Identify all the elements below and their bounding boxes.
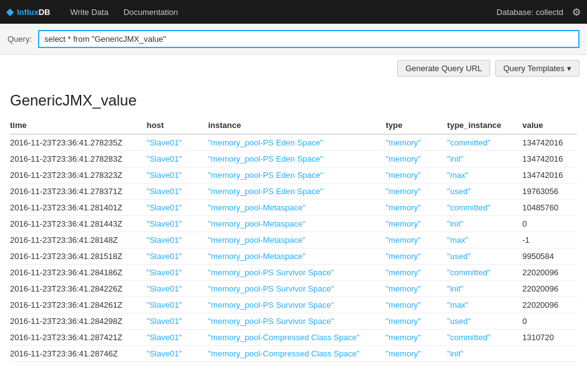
cell-host: "Slave01" <box>147 346 208 362</box>
cell-host: "Slave01" <box>147 216 208 232</box>
query-templates-button[interactable]: Query Templates ▾ <box>495 60 580 77</box>
cell-instance: "memory_pool-PS Eden Space" <box>208 184 385 200</box>
table-row: 2016-11-23T23:36:41.278283Z"Slave01""mem… <box>10 151 577 167</box>
cell-host: "Slave01" <box>147 184 208 200</box>
main-content: GenericJMX_value time host instance type… <box>0 82 587 362</box>
cell-value: 134742016 <box>522 151 577 167</box>
cell-type-instance: "committed" <box>447 200 522 216</box>
cell-type: "memory" <box>386 313 447 330</box>
cell-time: 2016-11-23T23:36:41.278283Z <box>10 151 147 167</box>
cell-value: 0 <box>522 216 577 232</box>
cell-type: "memory" <box>386 184 447 200</box>
top-navigation: ◆ InfluxDB Write Data Documentation Data… <box>0 0 587 24</box>
cell-instance: "memory_pool-PS Survivor Space" <box>208 313 385 330</box>
table-row: 2016-11-23T23:36:41.284226Z"Slave01""mem… <box>10 281 577 297</box>
cell-value: 22020096 <box>522 281 577 297</box>
cell-time: 2016-11-23T23:36:41.278323Z <box>10 167 147 184</box>
cell-type-instance: "max" <box>447 297 522 313</box>
query-templates-label: Query Templates <box>503 64 565 73</box>
col-header-instance: instance <box>208 117 385 134</box>
cell-type: "memory" <box>386 216 447 232</box>
table-row: 2016-11-23T23:36:41.287421Z"Slave01""mem… <box>10 330 577 346</box>
cell-instance: "memory_pool-PS Eden Space" <box>208 151 385 167</box>
results-table: time host instance type type_instance va… <box>10 117 577 362</box>
cell-value: 10485760 <box>522 200 577 216</box>
cell-type-instance: "committed" <box>447 134 522 151</box>
cell-host: "Slave01" <box>147 313 208 330</box>
cell-instance: "memory_pool-PS Survivor Space" <box>208 265 385 281</box>
cell-type: "memory" <box>386 281 447 297</box>
cell-host: "Slave01" <box>147 281 208 297</box>
cell-value: 1310720 <box>522 330 577 346</box>
table-title: GenericJMX_value <box>10 92 577 109</box>
cell-instance: "memory_pool-Compressed Class Space" <box>208 346 385 362</box>
table-header: time host instance type type_instance va… <box>10 117 577 134</box>
cell-type-instance: "committed" <box>447 265 522 281</box>
table-body: 2016-11-23T23:36:41.278235Z"Slave01""mem… <box>10 134 577 362</box>
documentation-link[interactable]: Documentation <box>124 7 178 17</box>
write-data-link[interactable]: Write Data <box>70 7 108 17</box>
table-row: 2016-11-23T23:36:41.281518Z"Slave01""mem… <box>10 248 577 265</box>
cell-value: 0 <box>522 313 577 330</box>
cell-type-instance: "init" <box>447 216 522 232</box>
cell-value: 22020096 <box>522 265 577 281</box>
cell-instance: "memory_pool-Compressed Class Space" <box>208 330 385 346</box>
cell-type-instance: "used" <box>447 313 522 330</box>
col-header-time: time <box>10 117 147 134</box>
cell-type-instance: "used" <box>447 248 522 265</box>
cell-host: "Slave01" <box>147 330 208 346</box>
col-header-type: type <box>386 117 447 134</box>
cell-instance: "memory_pool-PS Survivor Space" <box>208 297 385 313</box>
cell-time: 2016-11-23T23:36:41.287421Z <box>10 330 147 346</box>
generate-query-url-button[interactable]: Generate Query URL <box>397 60 490 77</box>
cell-time: 2016-11-23T23:36:41.278371Z <box>10 184 147 200</box>
cell-time: 2016-11-23T23:36:41.281443Z <box>10 216 147 232</box>
cell-type-instance: "init" <box>447 281 522 297</box>
cell-type: "memory" <box>386 232 447 248</box>
cell-time: 2016-11-23T23:36:41.284226Z <box>10 281 147 297</box>
cell-type: "memory" <box>386 200 447 216</box>
table-row: 2016-11-23T23:36:41.284186Z"Slave01""mem… <box>10 265 577 281</box>
cell-time: 2016-11-23T23:36:41.281518Z <box>10 248 147 265</box>
cell-host: "Slave01" <box>147 167 208 184</box>
cell-host: "Slave01" <box>147 200 208 216</box>
cell-time: 2016-11-23T23:36:41.28148Z <box>10 232 147 248</box>
cell-type-instance: "max" <box>447 232 522 248</box>
cell-value: 9950584 <box>522 248 577 265</box>
cell-instance: "memory_pool-Metaspace" <box>208 232 385 248</box>
cell-time: 2016-11-23T23:36:41.284261Z <box>10 297 147 313</box>
table-row: 2016-11-23T23:36:41.281443Z"Slave01""mem… <box>10 216 577 232</box>
database-selector[interactable]: Database: collectd <box>496 7 563 17</box>
cell-host: "Slave01" <box>147 134 208 151</box>
table-row: 2016-11-23T23:36:41.278235Z"Slave01""mem… <box>10 134 577 151</box>
cell-host: "Slave01" <box>147 297 208 313</box>
cell-value: 134742016 <box>522 167 577 184</box>
query-label: Query: <box>7 34 32 44</box>
cell-value: 22020096 <box>522 297 577 313</box>
gear-icon[interactable]: ⚙ <box>572 6 581 18</box>
cell-type: "memory" <box>386 346 447 362</box>
cell-type: "memory" <box>386 248 447 265</box>
cell-host: "Slave01" <box>147 232 208 248</box>
cell-type: "memory" <box>386 151 447 167</box>
cell-time: 2016-11-23T23:36:41.284186Z <box>10 265 147 281</box>
cell-value: -1 <box>522 232 577 248</box>
cell-time: 2016-11-23T23:36:41.28746Z <box>10 346 147 362</box>
logo-icon: ◆ <box>6 6 14 17</box>
table-row: 2016-11-23T23:36:41.28746Z"Slave01""memo… <box>10 346 577 362</box>
table-row: 2016-11-23T23:36:41.28148Z"Slave01""memo… <box>10 232 577 248</box>
button-bar: Generate Query URL Query Templates ▾ <box>0 55 587 82</box>
cell-instance: "memory_pool-Metaspace" <box>208 248 385 265</box>
table-row: 2016-11-23T23:36:41.284261Z"Slave01""mem… <box>10 297 577 313</box>
cell-host: "Slave01" <box>147 248 208 265</box>
cell-instance: "memory_pool-PS Eden Space" <box>208 167 385 184</box>
cell-instance: "memory_pool-PS Survivor Space" <box>208 281 385 297</box>
cell-type-instance: "max" <box>447 167 522 184</box>
logo: ◆ InfluxDB <box>6 6 50 17</box>
query-input[interactable] <box>38 30 580 48</box>
col-header-host: host <box>147 117 208 134</box>
cell-time: 2016-11-23T23:36:41.281401Z <box>10 200 147 216</box>
table-row: 2016-11-23T23:36:41.278371Z"Slave01""mem… <box>10 184 577 200</box>
cell-host: "Slave01" <box>147 151 208 167</box>
query-bar: Query: <box>0 24 587 55</box>
